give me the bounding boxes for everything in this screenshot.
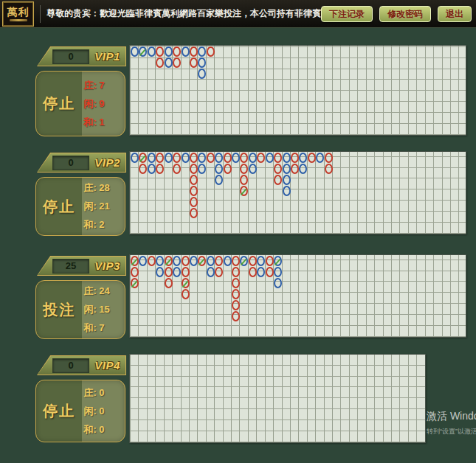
countdown-counter: 0 — [52, 358, 89, 373]
road-mark-banker — [266, 267, 274, 277]
road-mark-banker — [274, 153, 282, 163]
stat-player: 闲: 0 — [83, 405, 125, 418]
change-password-button[interactable]: 修改密码 — [379, 6, 431, 22]
road-mark-player — [257, 256, 265, 266]
stat-banker: 庄: 0 — [83, 386, 125, 400]
road-mark-player — [299, 164, 307, 174]
topbar-divider — [40, 5, 41, 23]
table-badge: 0 VIP2 — [37, 153, 126, 173]
brand-logo: 萬利 — [2, 1, 34, 27]
stat-player: 闲: 21 — [83, 200, 125, 213]
road-mark-player — [274, 278, 282, 288]
road-mark-player — [131, 46, 139, 57]
table-name: VIP3 — [89, 260, 125, 272]
bet-records-button[interactable]: 下注记录 — [321, 6, 373, 22]
top-bar: 萬利 尊敬的贵宾：歡迎光臨菲律賓萬利網路百家樂投注，本公司持有菲律賓政府批出的合… — [0, 0, 476, 28]
countdown-counter: 0 — [52, 156, 89, 170]
road-mark-banker — [156, 46, 164, 57]
road-mark-banker — [190, 153, 198, 163]
table-stats: 庄: 7 闲: 9 和: 1 — [82, 72, 125, 136]
road-mark-banker — [190, 46, 198, 57]
road-mark-banker — [215, 267, 223, 277]
road-mark-player — [215, 164, 223, 174]
road-mark-player — [148, 153, 156, 163]
road-mark-banker — [291, 153, 299, 163]
road-mark-banker — [165, 267, 173, 277]
road-mark-banker — [257, 153, 265, 163]
brand-logo-title: 萬利 — [7, 7, 30, 18]
road-mark-player — [198, 69, 206, 79]
road-mark-banker — [266, 256, 274, 266]
road-mark-banker — [274, 164, 282, 174]
table-section-vip3: 25 VIP3 投注 庄: 24 闲: 15 和: 7 — [0, 254, 476, 338]
road-mark-banker — [215, 256, 223, 266]
stat-banker: 庄: 24 — [83, 285, 125, 298]
road-mark-player — [283, 186, 291, 196]
road-mark-banker — [249, 256, 257, 266]
stat-banker: 庄: 7 — [83, 79, 125, 92]
road-mark-banker — [232, 256, 240, 266]
road-mark-banker — [148, 256, 156, 266]
road-mark-banker — [182, 289, 190, 299]
road-mark-banker — [156, 153, 164, 163]
road-mark-banker — [232, 267, 240, 277]
road-grid — [129, 254, 466, 338]
road-mark-player — [198, 153, 206, 163]
road-mark-banker — [156, 164, 164, 174]
stat-tie: 和: 0 — [83, 423, 125, 436]
road-mark-banker — [139, 164, 147, 174]
road-mark-banker — [190, 175, 198, 185]
countdown-counter: 25 — [52, 259, 89, 274]
road-mark-banker — [190, 186, 198, 196]
road-mark-player — [215, 175, 223, 185]
road-mark-banker — [173, 164, 181, 174]
road-mark-banker — [182, 256, 190, 266]
road-mark-banker — [182, 267, 190, 277]
table-status: 停止 — [36, 380, 82, 442]
road-mark-player — [316, 153, 324, 163]
road-grid — [129, 151, 466, 234]
table-status-panel: 停止 庄: 28 闲: 21 和: 2 — [35, 177, 125, 236]
table-badge: 0 VIP4 — [37, 355, 126, 375]
road-mark-player — [182, 153, 190, 163]
logout-button[interactable]: 退出 — [438, 6, 472, 22]
road-mark-banker — [232, 289, 240, 299]
welcome-message: 尊敬的贵宾：歡迎光臨菲律賓萬利網路百家樂投注，本公司持有菲律賓政府批出的合法博彩… — [46, 7, 321, 20]
table-section-vip1: 0 VIP1 停止 庄: 7 闲: 9 和: 1 — [0, 45, 476, 136]
road-mark-banker — [291, 164, 299, 174]
road-mark-banker — [190, 197, 198, 207]
countdown-counter: 0 — [52, 49, 89, 64]
road-mark-player — [148, 164, 156, 174]
road-mark-banker — [224, 164, 232, 174]
road-mark-player — [283, 164, 291, 174]
road-mark-banker — [207, 153, 215, 163]
road-mark-banker — [190, 164, 198, 174]
road-mark-player — [283, 153, 291, 163]
windows-activation-watermark: 激活 Windows 转到“设置”以激活 Windows。 — [427, 410, 476, 436]
stat-tie: 和: 2 — [83, 218, 125, 232]
table-status-panel: 停止 庄: 0 闲: 0 和: 0 — [35, 380, 125, 442]
road-mark-banker — [165, 278, 173, 288]
road-mark-banker — [240, 164, 248, 174]
table-status: 投注 — [36, 281, 82, 338]
road-mark-player — [165, 46, 173, 57]
road-mark-player — [283, 175, 291, 185]
road-grid — [129, 45, 466, 136]
road-mark-player — [148, 46, 156, 57]
road-mark-player — [190, 256, 198, 266]
stat-tie: 和: 7 — [83, 321, 125, 335]
table-name: VIP2 — [89, 156, 125, 169]
stat-banker: 庄: 28 — [83, 181, 125, 195]
table-status: 停止 — [36, 72, 82, 136]
road-mark-player — [165, 58, 173, 68]
road-mark-banker — [224, 153, 232, 163]
stat-player: 闲: 15 — [83, 303, 125, 316]
table-status-panel: 停止 庄: 7 闲: 9 和: 1 — [35, 71, 125, 136]
table-badge: 25 VIP3 — [37, 256, 126, 276]
road-mark-banker — [308, 153, 316, 163]
road-mark-player — [207, 256, 215, 266]
table-stats: 庄: 0 闲: 0 和: 0 — [82, 380, 125, 442]
topbar-buttons: 下注记录 修改密码 退出 — [321, 6, 476, 22]
road-mark-banker — [232, 300, 240, 310]
road-mark-player — [249, 164, 257, 174]
